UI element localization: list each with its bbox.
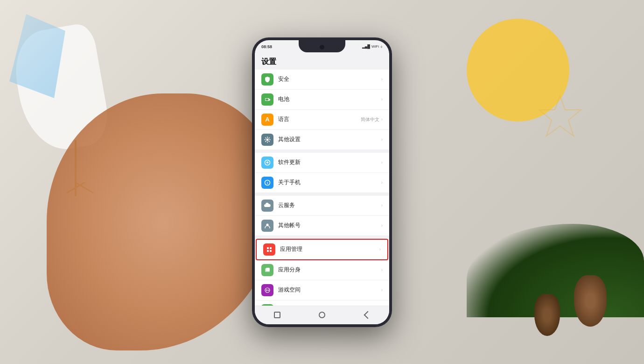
status-time: 08:58 (261, 44, 272, 49)
bg-star-decoration (537, 93, 583, 140)
security-arrow: › (381, 77, 383, 82)
appsplit-icon (261, 264, 273, 276)
update-label: 软件更新 (278, 158, 381, 166)
appsplit-arrow: › (381, 267, 383, 272)
nav-back-button[interactable] (362, 310, 371, 320)
language-value: 简体中文 (361, 116, 379, 123)
svg-rect-12 (270, 250, 272, 252)
other-settings-arrow: › (381, 137, 383, 142)
battery-arrow: › (381, 97, 383, 102)
battery-icon: ⏚ (380, 44, 383, 49)
settings-item-appsplit[interactable]: 应用分身 › (255, 260, 389, 280)
svg-rect-11 (267, 250, 269, 252)
svg-marker-0 (539, 96, 581, 136)
settings-item-battery[interactable]: 电池 › (255, 90, 389, 110)
recents-icon (274, 312, 280, 318)
settings-item-security[interactable]: 安全 › (255, 70, 389, 90)
front-camera (320, 45, 324, 50)
language-icon: A (261, 114, 273, 126)
settings-item-other[interactable]: 其他设置 › (255, 130, 389, 150)
settings-item-account[interactable]: 其他帐号 › (255, 216, 389, 236)
svg-text:i: i (267, 181, 268, 185)
security-label: 安全 (278, 75, 381, 83)
game-icon (261, 284, 273, 296)
settings-item-appmanage[interactable]: 应用管理 › (256, 239, 388, 260)
settings-list: 安全 › 电池 › A 语言 简体中文 (255, 70, 389, 306)
settings-item-splitscreen[interactable]: 应用分屏 › (255, 300, 389, 306)
settings-item-game[interactable]: 游戏空间 › (255, 280, 389, 300)
language-label: 语言 (278, 115, 361, 123)
battery-icon-item (261, 93, 273, 106)
language-arrow: › (381, 117, 383, 122)
back-icon (364, 311, 372, 319)
settings-item-update[interactable]: 软件更新 › (255, 153, 389, 173)
appsplit-label: 应用分身 (278, 266, 381, 274)
phone-screen: 08:58 ▂▄█ WiFi ⏚ 设置 安全 › (255, 40, 389, 324)
signal-icon: ▂▄█ (362, 44, 370, 49)
svg-rect-2 (269, 99, 270, 100)
game-label: 游戏空间 (278, 286, 381, 294)
account-arrow: › (381, 223, 383, 228)
bottom-nav (255, 306, 389, 324)
settings-screen: 设置 安全 › 电池 (255, 53, 389, 306)
security-icon (261, 73, 273, 86)
appmanage-label: 应用管理 (280, 245, 379, 253)
status-icons: ▂▄█ WiFi ⏚ (362, 44, 383, 49)
about-arrow: › (381, 180, 383, 185)
game-arrow: › (381, 287, 383, 293)
cloud-icon (261, 200, 273, 212)
nav-home-button[interactable] (317, 310, 327, 320)
account-label: 其他帐号 (278, 221, 381, 229)
update-icon (261, 157, 273, 169)
other-settings-icon (261, 134, 273, 146)
phone-wrapper: 08:58 ▂▄█ WiFi ⏚ 设置 安全 › (252, 37, 392, 327)
pine-cone-2 (534, 294, 560, 336)
about-label: 关于手机 (278, 178, 381, 186)
svg-rect-14 (266, 268, 270, 271)
svg-rect-3 (266, 99, 268, 100)
phone-notch (299, 40, 345, 52)
nav-recents-button[interactable] (273, 310, 282, 320)
about-icon: i (261, 177, 273, 189)
pine-cone-1 (574, 275, 607, 327)
update-arrow: › (381, 160, 383, 165)
svg-point-4 (266, 138, 269, 141)
home-icon (319, 312, 325, 318)
svg-rect-9 (267, 247, 269, 249)
svg-rect-10 (270, 247, 272, 249)
appmanage-icon (263, 243, 275, 256)
settings-item-language[interactable]: A 语言 简体中文 › (255, 110, 389, 130)
account-icon (261, 220, 273, 232)
settings-title: 设置 (255, 53, 389, 70)
phone-body: 08:58 ▂▄█ WiFi ⏚ 设置 安全 › (252, 37, 392, 327)
other-settings-label: 其他设置 (278, 136, 381, 143)
cloud-label: 云服务 (278, 201, 381, 209)
battery-label: 电池 (278, 95, 381, 103)
cloud-arrow: › (381, 203, 383, 208)
appmanage-arrow: › (379, 247, 381, 252)
wifi-icon: WiFi (371, 44, 379, 49)
settings-item-cloud[interactable]: 云服务 › (255, 196, 389, 216)
settings-item-about[interactable]: i 关于手机 › (255, 173, 389, 193)
